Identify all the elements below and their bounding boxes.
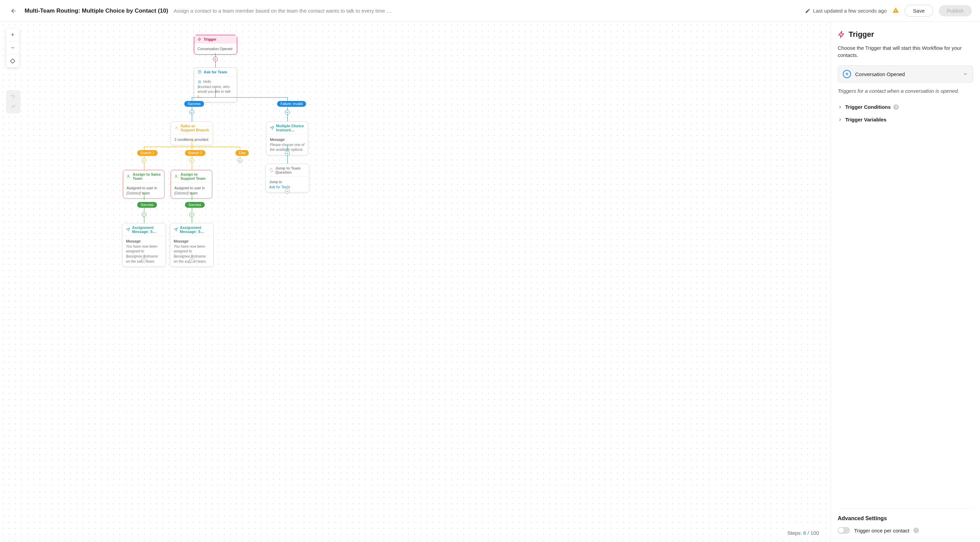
steps-counter: Steps: 8 / 100 [783, 528, 824, 538]
canvas: Trigger Conversation Opened + Ask for Te… [0, 22, 830, 542]
add-step-button[interactable]: + [142, 258, 146, 263]
send-icon [270, 126, 274, 130]
last-updated-text: Last updated a few seconds ago [813, 8, 887, 14]
chevron-right-icon [838, 117, 843, 122]
node-assign-support-title: Assign to Support Team [180, 172, 208, 180]
node-jump-title: Jump to Team Question [275, 166, 305, 174]
pill-branch1: Branch 1 [137, 150, 158, 156]
add-step-button[interactable]: + [142, 212, 146, 217]
svg-point-6 [200, 73, 200, 73]
add-step-button[interactable]: + [189, 258, 194, 263]
trigger-once-toggle[interactable] [838, 527, 850, 534]
add-step-button[interactable]: + [285, 151, 290, 156]
node-assign-sales-body: Assigned to user in [Deleted] team [123, 183, 164, 198]
add-step-button[interactable]: + [142, 158, 146, 163]
trigger-selected-label: Conversation Opened [855, 71, 958, 77]
node-ask-body: Hello $contact.name, who would you like … [197, 79, 231, 99]
node-instr-title: Multiple Choice Instructi… [276, 124, 304, 132]
pill-success: Success [184, 101, 204, 107]
jump-icon [269, 168, 273, 172]
node-instr-label: Message: [270, 137, 286, 141]
workflow-subtitle: Assign a contact to a team member based … [174, 8, 800, 14]
trigger-note: Triggers for a contact when a conversati… [838, 88, 973, 94]
plus-circle-icon: + [843, 70, 851, 78]
node-trigger-title: Trigger [204, 37, 216, 41]
add-step-button[interactable]: + [285, 189, 290, 194]
user-icon [174, 174, 178, 178]
trigger-conditions-label: Trigger Conditions [845, 104, 891, 110]
node-assign-sales-title: Assign to Sales Team [133, 172, 161, 180]
user-icon [127, 174, 131, 178]
warning-icon [892, 7, 899, 15]
trigger-conditions-row[interactable]: Trigger Conditions ? [838, 101, 973, 113]
node-assign-support[interactable]: Assign to Support Team Assigned to user … [170, 170, 212, 199]
pill-failure: Failure: Invalid [277, 101, 306, 107]
node-trigger-body: Conversation Opened [194, 44, 237, 54]
branch-icon [174, 126, 178, 130]
trigger-variables-row[interactable]: Trigger Variables [838, 113, 973, 126]
header: Multi-Team Routing: Multiple Choice by C… [0, 0, 980, 22]
add-step-button[interactable]: + [189, 212, 194, 217]
workflow-title: Multi-Team Routing: Multiple Choice by C… [25, 8, 168, 14]
send-icon [126, 227, 130, 232]
pill-else: Else [235, 150, 249, 156]
node-msg-sales-title: Assignment Message: S… [132, 226, 162, 234]
advanced-settings-title: Advanced Settings [838, 515, 973, 521]
save-button[interactable]: Save [905, 5, 933, 17]
canvas-area[interactable]: + − Trigger Conversation Opened + Ask fo… [0, 22, 830, 542]
advanced-settings: Advanced Settings Trigger once per conta… [838, 508, 973, 534]
trigger-variables-label: Trigger Variables [845, 117, 886, 122]
bolt-icon [197, 37, 202, 41]
add-step-button[interactable]: + [213, 57, 218, 61]
svg-point-10 [127, 175, 129, 176]
question-icon [197, 70, 202, 74]
add-step-button[interactable]: + [189, 110, 194, 114]
help-icon[interactable]: ? [893, 104, 899, 110]
node-branch-title: Sales or Support Branch [180, 124, 209, 132]
pill-success-sales: Success [137, 202, 157, 208]
node-trigger[interactable]: Trigger Conversation Opened [194, 35, 237, 54]
svg-point-11 [175, 175, 177, 176]
chevron-right-icon [838, 105, 843, 110]
sidebar: Trigger Choose the Trigger that will sta… [830, 22, 980, 542]
node-msg-support-title: Assignment Message: S… [180, 226, 210, 234]
pill-success-support: Success [185, 202, 205, 208]
list-icon [197, 80, 202, 84]
add-step-button[interactable]: + [189, 158, 194, 163]
last-updated: Last updated a few seconds ago [805, 8, 887, 14]
send-icon [174, 227, 178, 232]
sidebar-header: Trigger [838, 30, 973, 39]
add-step-button[interactable]: + [237, 158, 242, 163]
sidebar-description: Choose the Trigger that will start this … [838, 45, 973, 59]
trigger-once-label: Trigger once per contact [854, 528, 909, 534]
chevron-down-icon [963, 71, 968, 77]
node-assign-sales[interactable]: Assign to Sales Team Assigned to user in… [123, 170, 164, 199]
node-ask-title: Ask for Team [204, 70, 227, 74]
publish-button: Publish [939, 5, 972, 16]
back-button[interactable] [8, 5, 19, 16]
bolt-icon [838, 31, 845, 38]
node-assign-support-body: Assigned to user in [Deleted] team [171, 183, 212, 198]
sidebar-title: Trigger [849, 30, 874, 39]
pencil-icon [805, 8, 810, 14]
trigger-selector[interactable]: + Conversation Opened [838, 65, 973, 83]
jump-target-link[interactable]: Ask for Team [269, 185, 290, 189]
help-icon[interactable]: ? [913, 528, 919, 533]
pill-branch2: Branch 2 [185, 150, 205, 156]
add-step-button[interactable]: + [285, 110, 290, 114]
